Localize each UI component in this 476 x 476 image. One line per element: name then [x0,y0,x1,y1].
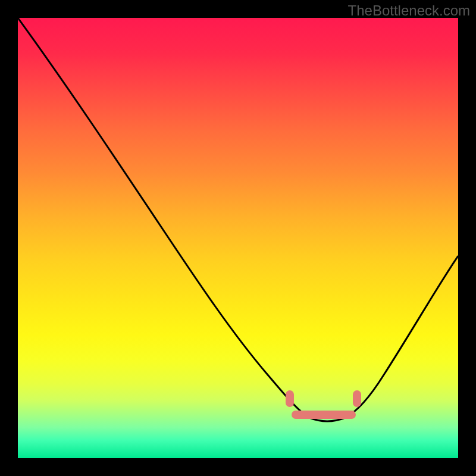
bottleneck-curve [18,18,458,458]
chart-plot-area [18,18,458,458]
curve-path [18,18,458,421]
optimal-range-marker-bottom [292,411,356,419]
watermark-text: TheBottleneck.com [348,2,470,19]
optimal-range-marker-left [286,390,294,407]
optimal-range-marker-right [353,390,361,407]
